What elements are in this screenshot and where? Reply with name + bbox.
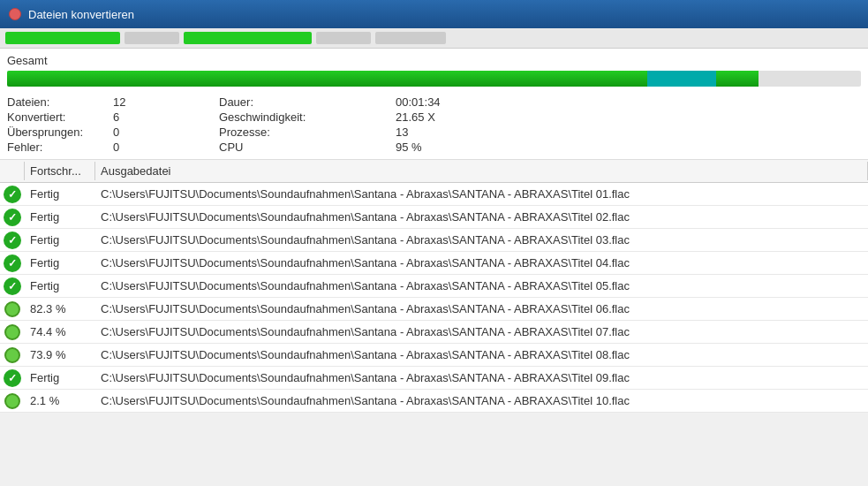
table-header-status: Fortschr... [25,162,95,180]
circle-progress-icon [4,301,20,317]
row-file: C:\Users\FUJITSU\Documents\Soundaufnahme… [95,391,868,410]
row-icon: ✓ [0,207,25,228]
check-icon: ✓ [4,254,21,272]
progress-bar-4 [316,32,371,44]
dateien-value: 12 [113,95,219,109]
table-row: ✓FertigC:\Users\FUJITSU\Documents\Sounda… [0,206,868,229]
geschwindigkeit-value: 21.65 X [396,110,519,124]
row-icon [0,391,25,411]
row-status: Fertig [25,254,95,272]
row-status: Fertig [25,231,95,249]
row-icon: ✓ [0,276,25,297]
progress-bar-1 [5,32,120,44]
row-icon: ✓ [0,368,25,389]
table-row: ✓FertigC:\Users\FUJITSU\Documents\Sounda… [0,275,868,298]
table-row: 74.4 %C:\Users\FUJITSU\Documents\Soundau… [0,321,868,344]
check-icon: ✓ [4,277,21,295]
prozesse-value: 13 [396,125,519,139]
row-file: C:\Users\FUJITSU\Documents\Soundaufnahme… [95,346,868,364]
row-icon: ✓ [0,184,25,205]
table-row: 82.3 %C:\Users\FUJITSU\Documents\Soundau… [0,298,868,321]
table-header: Fortschr... Ausgabedatei [0,160,868,183]
file-table: Fortschr... Ausgabedatei ✓FertigC:\Users… [0,160,868,413]
row-file: C:\Users\FUJITSU\Documents\Soundaufnahme… [95,368,868,387]
row-status: 82.3 % [25,300,95,318]
progress-bar-2 [125,32,179,44]
uebersprungen-value: 0 [113,125,219,139]
table-header-file: Ausgabedatei [95,162,868,180]
cpu-label: CPU [219,140,396,154]
table-row: ✓FertigC:\Users\FUJITSU\Documents\Sounda… [0,252,868,275]
check-icon: ✓ [4,369,21,387]
progress-bar-3 [184,32,312,44]
uebersprungen-label: Übersprungen: [7,125,113,139]
row-icon: ✓ [0,253,25,274]
fehler-value: 0 [113,140,219,154]
check-icon: ✓ [4,232,21,249]
row-file: C:\Users\FUJITSU\Documents\Soundaufnahme… [95,300,868,318]
circle-progress-icon [4,393,20,409]
row-file: C:\Users\FUJITSU\Documents\Soundaufnahme… [95,185,868,203]
table-row: ✓FertigC:\Users\FUJITSU\Documents\Sounda… [0,367,868,390]
table-rows: ✓FertigC:\Users\FUJITSU\Documents\Sounda… [0,183,868,413]
circle-progress-icon [4,324,20,340]
konvertiert-value: 6 [113,110,219,124]
progress-bar-5 [375,32,446,44]
title-bar-title: Dateien konvertieren [28,8,134,21]
row-icon [0,300,25,319]
title-bar-circle [9,8,21,20]
prozesse-label: Prozesse: [219,125,396,139]
main-content: Gesamt Dateien: 12 Dauer: 00:01:34 Konve… [0,49,868,413]
row-file: C:\Users\FUJITSU\Documents\Soundaufnahme… [95,277,868,295]
row-file: C:\Users\FUJITSU\Documents\Soundaufnahme… [95,231,868,249]
row-icon: ✓ [0,230,25,251]
fehler-label: Fehler: [7,140,113,154]
row-status: 74.4 % [25,323,95,341]
circle-progress-icon [4,347,20,363]
title-bar: Dateien konvertieren [0,0,868,28]
row-status: Fertig [25,368,95,387]
row-status: 2.1 % [25,391,95,410]
table-header-icon [0,162,25,180]
row-file: C:\Users\FUJITSU\Documents\Soundaufnahme… [95,208,868,226]
row-status: Fertig [25,185,95,203]
konvertiert-label: Konvertiert: [7,110,113,124]
check-icon: ✓ [4,209,21,226]
table-row: 73.9 %C:\Users\FUJITSU\Documents\Soundau… [0,344,868,367]
gesamt-progress-fill [7,71,759,87]
row-file: C:\Users\FUJITSU\Documents\Soundaufnahme… [95,254,868,272]
row-icon [0,346,25,365]
dateien-label: Dateien: [7,95,113,109]
row-status: Fertig [25,277,95,295]
dauer-value: 00:01:34 [396,95,519,109]
row-file: C:\Users\FUJITSU\Documents\Soundaufnahme… [95,323,868,341]
gesamt-progress-bar [7,71,861,87]
table-row: ✓FertigC:\Users\FUJITSU\Documents\Sounda… [0,183,868,206]
progress-bars-row [0,28,868,49]
row-status: 73.9 % [25,346,95,364]
gesamt-label: Gesamt [0,49,868,69]
check-icon: ✓ [4,186,21,203]
row-icon [0,323,25,342]
table-row: 2.1 %C:\Users\FUJITSU\Documents\Soundauf… [0,390,868,413]
table-row: ✓FertigC:\Users\FUJITSU\Documents\Sounda… [0,229,868,252]
gesamt-progress-teal [647,71,715,87]
row-status: Fertig [25,208,95,226]
geschwindigkeit-label: Geschwindigkeit: [219,110,396,124]
dauer-label: Dauer: [219,95,396,109]
stats-grid: Dateien: 12 Dauer: 00:01:34 Konvertiert:… [0,90,868,160]
cpu-value: 95 % [396,140,519,154]
